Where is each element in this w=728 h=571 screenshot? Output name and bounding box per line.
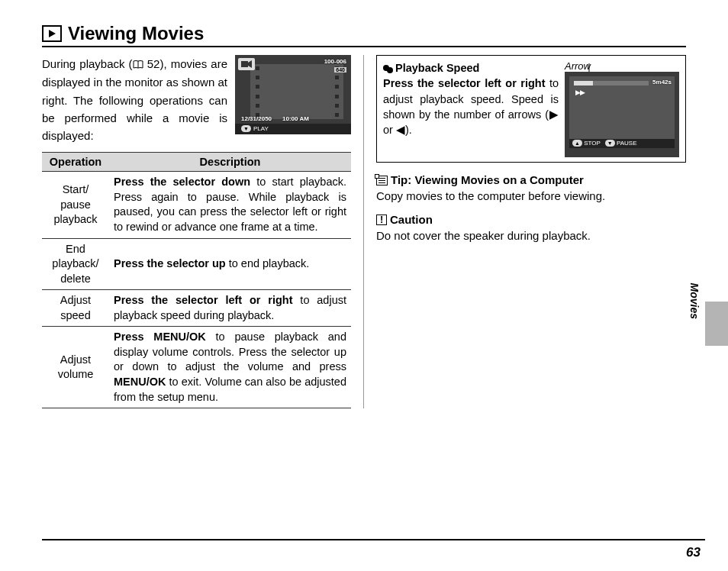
footer-rule bbox=[42, 539, 705, 540]
op-cell: Adjust volume bbox=[42, 327, 109, 408]
notebox-body: Press the selector left or right to adju… bbox=[383, 76, 559, 137]
playback-speed-note: Playback Speed Press the selector left o… bbox=[376, 55, 686, 163]
right-column: Playback Speed Press the selector left o… bbox=[364, 55, 686, 408]
stop-label: STOP bbox=[584, 140, 601, 147]
desc-cell: Press MENU/OK to pause playback and disp… bbox=[109, 327, 351, 408]
caution-body: Do not cover the speaker during playback… bbox=[376, 229, 686, 242]
page-title: Viewing Movies bbox=[68, 23, 204, 44]
lcd-duration: 5m42s bbox=[652, 79, 672, 85]
pause-label: PAUSE bbox=[617, 140, 637, 147]
table-row: Adjust volume Press MENU/OK to pause pla… bbox=[42, 327, 351, 408]
page-number: 63 bbox=[686, 545, 701, 560]
operations-table: Operation Description Start/ pause playb… bbox=[42, 152, 351, 408]
op-cell: Adjust speed bbox=[42, 290, 109, 327]
intro-pre: During playback ( bbox=[42, 57, 133, 70]
desc-cell: Press the selector down to start playbac… bbox=[109, 172, 351, 238]
down-arrow-icon: ▼ bbox=[605, 140, 615, 147]
lcd-resolution: 640 bbox=[334, 67, 346, 73]
speed-arrows-icon: ▶▶ bbox=[575, 89, 585, 96]
intro-ref: 52 bbox=[147, 57, 160, 70]
up-arrow-icon: ▲ bbox=[572, 140, 582, 147]
lcd-play-bar: ▼PLAY bbox=[235, 124, 351, 134]
tip-body: Copy movies to the computer before viewi… bbox=[376, 189, 686, 202]
op-cell: End playback/ delete bbox=[42, 238, 109, 290]
lcd-preview-speed: 5m42s ▶▶ ▲ STOP ▼ PAUSE bbox=[565, 72, 679, 157]
lcd-file-number: 100-006 bbox=[324, 58, 346, 65]
progress-bar bbox=[574, 81, 649, 85]
svg-marker-3 bbox=[248, 60, 252, 68]
page-title-row: Viewing Movies bbox=[42, 23, 686, 47]
note-bullet-icon bbox=[383, 65, 393, 73]
down-arrow-icon: ▼ bbox=[241, 125, 251, 132]
lcd-play-label: PLAY bbox=[253, 125, 269, 132]
table-header-operation: Operation bbox=[42, 153, 109, 172]
notebox-title: Playback Speed bbox=[383, 60, 559, 76]
lcd-control-bar: ▲ STOP ▼ PAUSE bbox=[569, 139, 675, 148]
page-ref-icon bbox=[133, 56, 143, 73]
table-header-description: Description bbox=[109, 153, 351, 172]
tip-heading: Tip: Viewing Movies on a Computer bbox=[376, 173, 686, 186]
section-tab bbox=[705, 302, 728, 346]
tip-icon bbox=[376, 176, 388, 185]
table-row: Adjust speed Press the selector left or … bbox=[42, 290, 351, 327]
left-column: During playback ( 52), movies are displa… bbox=[42, 55, 364, 408]
op-cell: Start/ pause playback bbox=[42, 172, 109, 238]
lcd-preview-playback: 100-006 640 12/31/2050 10:00 AM ▼PLAY bbox=[235, 55, 351, 134]
intro-text: During playback ( 52), movies are displa… bbox=[42, 55, 227, 144]
svg-rect-2 bbox=[241, 61, 248, 67]
table-row: End playback/ delete Press the selector … bbox=[42, 238, 351, 290]
section-label: Movies bbox=[688, 283, 701, 319]
svg-marker-0 bbox=[49, 30, 56, 37]
lcd-time: 10:00 AM bbox=[282, 115, 309, 122]
desc-cell: Press the selector up to end playback. bbox=[109, 238, 351, 290]
caution-heading: Caution bbox=[376, 213, 686, 226]
playback-icon bbox=[42, 25, 62, 42]
lcd-date: 12/31/2050 bbox=[241, 115, 272, 122]
table-row: Start/ pause playback Press the selector… bbox=[42, 172, 351, 238]
caution-icon bbox=[376, 215, 387, 225]
desc-cell: Press the selector left or right to adju… bbox=[109, 290, 351, 327]
movie-icon bbox=[238, 58, 255, 70]
